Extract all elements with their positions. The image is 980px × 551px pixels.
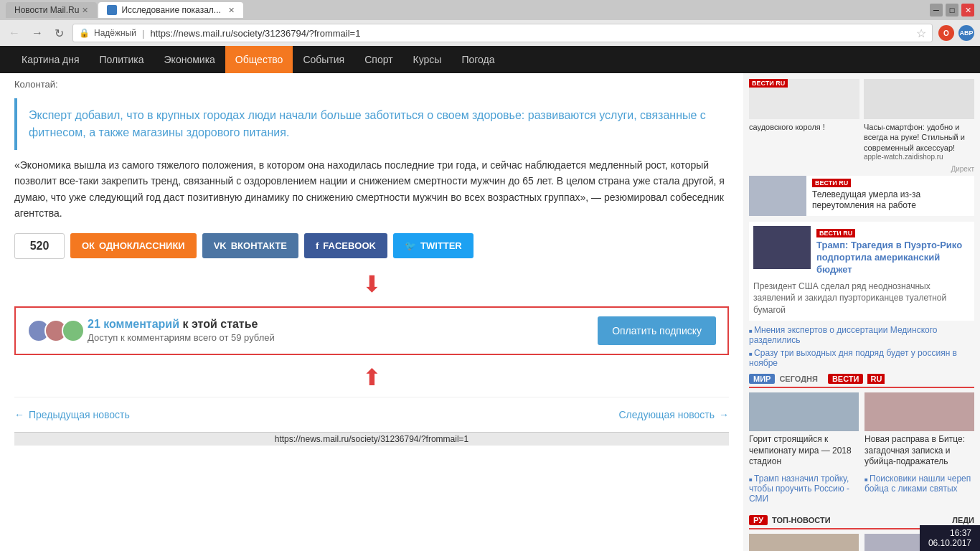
- ext-adblock-icon[interactable]: ABP: [958, 25, 974, 41]
- segodnya-label: СЕГОДНЯ: [779, 375, 817, 383]
- share-facebook-button[interactable]: f FACEBOOK: [304, 233, 387, 258]
- ok-icon: ОК: [82, 240, 95, 251]
- top-news-links: Трамп назначил тройку, чтобы проучить Ро…: [749, 471, 974, 507]
- sidebar-link-holidays[interactable]: Сразу три выходных дня подряд будет у ро…: [749, 348, 974, 368]
- top-news-thumb-left: [749, 392, 859, 431]
- nav-item-kartina[interactable]: Картина дня: [11, 46, 90, 73]
- next-arrow-icon: →: [719, 409, 729, 420]
- comments-left: 21 комментарий к этой статье Доступ к ко…: [27, 318, 275, 343]
- top-news-grid: Горит строящийся к чемпионату мира — 201…: [749, 392, 974, 468]
- refresh-button[interactable]: ↻: [52, 25, 67, 42]
- sidebar-link-medinsky[interactable]: Мнения экспертов о диссертации Мединског…: [749, 325, 974, 345]
- share-vkontakte-button[interactable]: VK ВКОНТАКТЕ: [202, 233, 298, 258]
- top-news-right: Новая расправа в Битце: загадочная запис…: [864, 392, 974, 468]
- sidebar-trump-news: ВЕСТИ RU Трамп: Трагедия в Пуэрто-Рико п…: [749, 222, 974, 321]
- top-news-left: Горит строящийся к чемпионату мира — 201…: [749, 392, 859, 468]
- avatar-stack: [27, 319, 79, 342]
- vesti-badge-2: ВЕСТИ RU: [812, 179, 851, 187]
- arrow-up-indicator: ⬆: [14, 364, 729, 391]
- article-header: Колонтай:: [14, 73, 729, 93]
- tab-inactive-1[interactable]: Новости Mail.Ru ✕: [6, 2, 97, 18]
- ad-direct-label: Директ: [749, 165, 974, 173]
- pay-subscription-button[interactable]: Оплатить подписку: [598, 316, 716, 345]
- trump-title[interactable]: Трамп: Трагедия в Пуэрто-Рико подпортила…: [816, 240, 970, 276]
- address-text: https://news.mail.ru/society/31236794/?f…: [150, 28, 360, 39]
- prev-arrow-icon: ←: [14, 409, 24, 420]
- sidebar-thumb-tele: [749, 176, 806, 216]
- sidebar-ad-link: apple-watch.zaidishop.ru: [864, 153, 974, 161]
- trump-thumb: [753, 226, 811, 269]
- nav-item-pogoda[interactable]: Погода: [451, 46, 504, 73]
- topnews-label: ТОП-НОВОСТИ: [772, 516, 831, 524]
- forward-button[interactable]: →: [29, 25, 46, 41]
- comments-section: 21 комментарий к этой статье Доступ к ко…: [14, 306, 729, 355]
- minimize-button[interactable]: ─: [930, 4, 943, 17]
- trump-desc: Президент США сделал ряд неоднозначных з…: [753, 281, 970, 316]
- tab-close-1[interactable]: ✕: [82, 6, 88, 15]
- bookmark-icon[interactable]: ☆: [916, 27, 926, 40]
- close-button[interactable]: ✕: [961, 4, 974, 17]
- nav-item-obshchestvo[interactable]: Общество: [225, 46, 293, 73]
- top-news-title-left[interactable]: Горит строящийся к чемпионату мира — 201…: [749, 434, 859, 468]
- sidebar-ad-thumb: [864, 79, 974, 119]
- comments-subtitle: Доступ к комментариям всего от 59 рублей: [88, 332, 275, 343]
- top-news-title-right[interactable]: Новая расправа в Битце: загадочная запис…: [864, 434, 974, 468]
- extension-icons: O ABP: [938, 25, 974, 41]
- lock-icon: 🔒: [79, 28, 90, 38]
- vesti-label: ВЕСТИ: [828, 374, 864, 384]
- lady-news-left: Родившая Подкаминская предстала в одном …: [749, 534, 859, 551]
- back-button[interactable]: ←: [6, 25, 23, 41]
- next-news-link[interactable]: Следующая новость →: [619, 409, 730, 420]
- sidebar-ad-title: Часы-смартфон: удобно и всегда на руке! …: [864, 122, 974, 153]
- sidebar-title-saudi: саудовского короля !: [749, 122, 859, 132]
- lady-thumb-left: [749, 534, 859, 551]
- prev-next-navigation: ← Предыдущая новость Следующая новость →: [14, 397, 729, 432]
- ru-label: RU: [867, 374, 885, 384]
- trump-content: ВЕСТИ RU Трамп: Трагедия в Пуэрто-Рико п…: [816, 226, 970, 276]
- vesti-badge-3: ВЕСТИ RU: [816, 229, 855, 237]
- bottom-url-bar: https://news.mail.ru/society/31236794/?f…: [14, 432, 729, 446]
- arrow-down-indicator: ⬇: [14, 270, 729, 298]
- nav-item-kursy[interactable]: Курсы: [403, 46, 452, 73]
- site-navigation: Картина дня Политика Экономика Общество …: [0, 46, 980, 73]
- share-row: 520 ОК ОДНОКЛАССНИКИ VK ВКОНТАКТЕ f FACE…: [14, 233, 729, 259]
- title-bar: Новости Mail.Ru ✕ Исследование показал..…: [0, 0, 980, 20]
- address-input[interactable]: 🔒 Надёжный | https://news.mail.ru/societ…: [72, 24, 933, 42]
- nav-item-sobytiya[interactable]: События: [293, 46, 354, 73]
- top-link-right[interactable]: Поисковики нашли череп бойца с ликами св…: [864, 474, 974, 504]
- clock-time: 16:37: [950, 528, 971, 538]
- arrow-up-icon: ⬆: [362, 364, 382, 391]
- article-area: Колонтай: Эксперт добавил, что в крупных…: [0, 73, 743, 551]
- article-paragraph: «Экономика вышла из самого тяжелого поло…: [14, 157, 729, 222]
- comments-title-suffix: к этой статье: [182, 318, 258, 330]
- sidebar-title-tele: Телеведущая умерла из-за переутомления н…: [812, 189, 974, 212]
- share-odnoklassniki-button[interactable]: ОК ОДНОКЛАССНИКИ: [70, 233, 197, 258]
- share-twitter-button[interactable]: 🐦 TWITTER: [393, 233, 473, 258]
- share-count: 520: [14, 233, 65, 259]
- blockquote: Эксперт добавил, что в крупных городах л…: [14, 98, 729, 150]
- sidebar-news-saudi: ВЕСТИ RU саудовского короля !: [749, 79, 859, 161]
- nav-item-ekonomika[interactable]: Экономика: [154, 46, 225, 73]
- mir-label: МИР: [749, 374, 775, 384]
- ru-top-label: РУ: [749, 515, 768, 525]
- sidebar-ad: Часы-смартфон: удобно и всегда на руке! …: [864, 79, 974, 161]
- comments-title: 21 комментарий к этой статье: [88, 318, 275, 331]
- vesti-badge: ВЕСТИ RU: [749, 79, 788, 88]
- vk-icon: VK: [214, 240, 227, 251]
- prev-news-link[interactable]: ← Предыдущая новость: [14, 409, 130, 420]
- avatar-3: [62, 319, 85, 342]
- top-link-left[interactable]: Трамп назначил тройку, чтобы проучить Ро…: [749, 474, 859, 504]
- maximize-button[interactable]: □: [946, 4, 958, 17]
- sidebar-section-top: МИР СЕГОДНЯ ВЕСТИ RU Горит строящийся к …: [749, 371, 974, 507]
- ext-opera-icon[interactable]: O: [938, 25, 954, 41]
- sidebar-top-news: ВЕСТИ RU саудовского короля ! Часы-смарт…: [749, 79, 974, 161]
- section-header-top: МИР СЕГОДНЯ ВЕСТИ RU: [749, 371, 974, 388]
- arrow-down-icon: ⬇: [362, 270, 382, 298]
- tab-close-2[interactable]: ✕: [228, 6, 235, 15]
- comments-info: 21 комментарий к этой статье Доступ к ко…: [88, 318, 275, 343]
- nav-item-politika[interactable]: Политика: [90, 46, 154, 73]
- tab-active[interactable]: Исследование показал... ✕: [98, 2, 242, 18]
- nav-item-sport[interactable]: Спорт: [354, 46, 402, 73]
- clock-date: 06.10.2017: [928, 538, 971, 548]
- trump-news-inner: ВЕСТИ RU Трамп: Трагедия в Пуэрто-Рико п…: [753, 226, 970, 276]
